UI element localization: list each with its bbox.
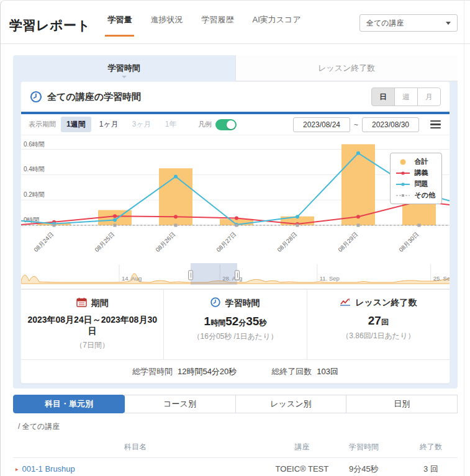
y-axis-label: 0.4時間 [24, 166, 45, 173]
stat-value-unit: 分 [238, 318, 246, 327]
page-title: 学習レポート [9, 17, 90, 34]
stat-label: 期間 [91, 298, 109, 309]
granularity-switch: 日週月 [371, 88, 441, 106]
marker-その他 [53, 224, 56, 227]
breakdown-tab-1[interactable]: 科目・単元別 [13, 395, 125, 413]
active-tab-indicator [122, 76, 127, 78]
navigator-tick-label: 11. Sep [320, 275, 340, 282]
navigator-handle-left[interactable] [188, 270, 193, 280]
marker-問題 [356, 151, 360, 155]
column-header-1: 科目名 [13, 438, 258, 458]
period-buttons: 1週間1ヶ月3ヶ月1年 [61, 117, 182, 132]
legend-toggle[interactable] [215, 119, 237, 130]
legend-marker-icon [395, 170, 410, 176]
calendar-icon [76, 297, 87, 309]
period-label: 表示期間 [29, 120, 56, 129]
stat-value: 1時間52分35秒 [169, 315, 301, 328]
marker-その他 [114, 224, 117, 227]
total-item-2: 総終了回数103回 [271, 366, 338, 377]
stat-card-1: 期間2023年08月24日～2023年08月30日（7日間） [21, 290, 163, 359]
legend-label: 問題 [414, 179, 428, 189]
chart-navigator[interactable]: 14. Aug28. Aug11. Sep25. Sep [21, 263, 450, 289]
stat-value-unit: 秒 [259, 318, 266, 327]
legend-label: 合計 [414, 157, 428, 166]
nav-tab-2[interactable]: 進捗状況 [150, 14, 183, 37]
date-to-input[interactable]: 2023/08/30 [362, 117, 419, 132]
navigator-tick-label: 25. Sep [433, 275, 450, 282]
y-axis-label: 0.2時間 [24, 191, 45, 198]
breakdown-tab-2[interactable]: コース別 [124, 395, 236, 413]
nav-tab-1[interactable]: 学習量 [107, 14, 132, 37]
legend-item-その他[interactable]: その他 [395, 191, 435, 200]
stat-subvalue: （16分05秒 /1日あたり） [169, 331, 301, 342]
navigator-selection[interactable] [191, 263, 237, 285]
breakdown-tab-4[interactable]: 日別 [346, 395, 458, 413]
marker-その他 [417, 224, 420, 227]
total-value: 12時間54分20秒 [178, 366, 237, 377]
x-axis-label: 08月28日 [276, 231, 298, 253]
x-axis-label: 08月26日 [154, 231, 176, 253]
stat-label: レッスン終了数 [355, 297, 417, 308]
x-axis-label: 08月30日 [397, 231, 420, 253]
x-axis-label: 08月27日 [215, 231, 237, 253]
legend-item-合計[interactable]: 合計 [395, 157, 435, 166]
cell-subject-name: ▸001-1 Brushup [13, 458, 258, 476]
view-tab-1[interactable]: 学習時間 [13, 55, 235, 81]
clock-icon [30, 91, 42, 103]
marker-問題 [296, 215, 299, 218]
stat-card-2: 学習時間1時間52分35秒（16分05秒 /1日あたり） [163, 290, 306, 359]
view-tab-label: レッスン終了数 [318, 63, 375, 74]
stat-value: 27回 [312, 314, 445, 328]
date-from-input[interactable]: 2023/08/24 [293, 117, 350, 132]
breakdown-tabs: 科目・単元別コース別レッスン別日別 [13, 395, 458, 413]
marker-講義 [356, 215, 360, 218]
legend-label: 講義 [414, 168, 428, 177]
study-time-chart: 0時間0.2時間0.4時間0.6時間08月24日08月25日08月26日08月2… [21, 137, 450, 261]
table-header-row: 科目名講座学習時間終了数 [13, 438, 458, 458]
column-header-4: 終了数 [404, 438, 458, 458]
totals-strip: 総学習時間12時間54分20秒総終了回数103回 [21, 359, 450, 383]
granularity-button-3[interactable]: 月 [417, 88, 441, 106]
bar-total [341, 144, 375, 225]
period-button-1[interactable]: 1週間 [61, 117, 91, 132]
view-tabs: 学習時間レッスン終了数 [13, 55, 458, 81]
navigator-handle-right[interactable] [235, 270, 240, 280]
period-button-2[interactable]: 1ヶ月 [94, 117, 124, 132]
legend-item-問題[interactable]: 問題 [395, 179, 435, 189]
stat-subvalue: （3.86回/1日あたり） [312, 331, 445, 341]
nav-tab-4[interactable]: AI実力スコア [252, 14, 301, 37]
view-tab-2[interactable]: レッスン終了数 [235, 55, 458, 81]
granularity-button-1[interactable]: 日 [371, 88, 395, 106]
page-right-border [464, 1, 464, 476]
date-range-tilde: ~ [354, 120, 358, 129]
stat-value-number: 52 [225, 315, 238, 328]
cell-course: TOEIC® TEST [258, 458, 346, 476]
granularity-button-2[interactable]: 週 [394, 88, 418, 106]
row-arrow-icon: ▸ [16, 466, 19, 472]
total-item-1: 総学習時間12時間54分20秒 [132, 366, 237, 377]
period-button-3: 3ヶ月 [127, 117, 157, 132]
x-axis-label: 08月24日 [32, 231, 55, 253]
chart-legend: 合計講義問題その他 [390, 153, 442, 204]
legend-item-講義[interactable]: 講義 [395, 168, 435, 177]
chart-card-header: 全ての講座の学習時間 日週月 [21, 82, 450, 112]
stat-value-number: 1 [204, 315, 211, 328]
breakdown-tab-3[interactable]: レッスン別 [235, 395, 347, 413]
course-select-dropdown[interactable]: 全ての講座 [359, 14, 458, 32]
chart-menu-icon[interactable] [429, 119, 442, 130]
legend-label: その他 [414, 191, 435, 200]
marker-講義 [113, 214, 117, 218]
stat-value-unit: 回 [381, 318, 389, 326]
subject-link[interactable]: 001-1 Brushup [22, 464, 75, 474]
total-value: 103回 [317, 366, 338, 377]
breakdown-table: 科目名講座学習時間終了数 ▸001-1 BrushupTOEIC® TEST9分… [13, 438, 458, 476]
total-label: 総終了回数 [271, 366, 312, 377]
navigator-tick-label: 14. Aug [122, 275, 142, 282]
stat-value: 2023年08月24日～2023年08月30日 [26, 315, 158, 337]
nav-tab-3[interactable]: 学習履歴 [201, 14, 233, 37]
legend-toggle-label: 凡例 [198, 120, 212, 129]
period-button-4: 1年 [160, 117, 183, 132]
marker-問題 [174, 174, 178, 178]
legend-marker-icon [395, 192, 410, 199]
stat-value-unit: 時間 [210, 318, 225, 327]
